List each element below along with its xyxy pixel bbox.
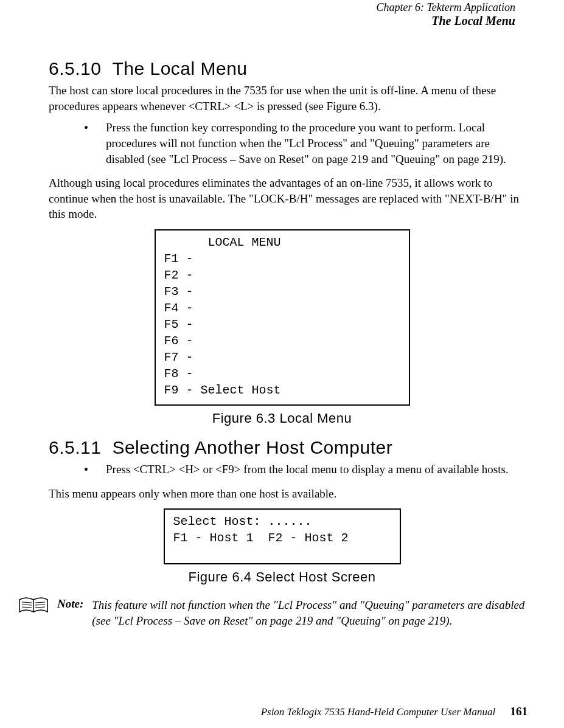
select-host-screen: Select Host: ...... F1 - Host 1 F2 - Hos… — [164, 508, 401, 564]
list-item: Press <CTRL> <H> or <F9> from the local … — [84, 462, 527, 477]
note-label: Note: — [57, 596, 83, 611]
running-header-chapter: Chapter 6: Tekterm Application — [37, 1, 527, 14]
section-heading-6-5-11: 6.5.11Selecting Another Host Computer — [49, 437, 527, 458]
running-header-section: The Local Menu — [37, 14, 527, 28]
page-footer: Psion Teklogix 7535 Hand-Held Computer U… — [261, 705, 527, 718]
paragraph: The host can store local procedures in t… — [49, 83, 527, 114]
figure-caption-6-3: Figure 6.3 Local Menu — [37, 411, 527, 426]
list-item: Press the function key corresponding to … — [84, 120, 527, 167]
note-text: This feature will not function when the … — [92, 596, 527, 628]
page-number: 161 — [510, 705, 528, 718]
book-icon — [18, 596, 49, 615]
bullet-list: Press the function key corresponding to … — [84, 120, 527, 167]
section-number: 6.5.10 — [49, 58, 101, 78]
section-number: 6.5.11 — [49, 437, 101, 457]
paragraph: Although using local procedures eliminat… — [49, 175, 527, 222]
note-block: Note: This feature will not function whe… — [18, 596, 527, 628]
section-title: The Local Menu — [112, 58, 247, 78]
bullet-list: Press <CTRL> <H> or <F9> from the local … — [84, 462, 527, 477]
section-title: Selecting Another Host Computer — [112, 437, 392, 457]
figure-caption-6-4: Figure 6.4 Select Host Screen — [37, 569, 527, 585]
paragraph: This menu appears only when more than on… — [49, 486, 527, 502]
local-menu-screen: LOCAL MENU F1 - F2 - F3 - F4 - F5 - F6 -… — [155, 229, 410, 406]
section-heading-6-5-10: 6.5.10The Local Menu — [49, 58, 527, 79]
footer-text: Psion Teklogix 7535 Hand-Held Computer U… — [261, 706, 496, 718]
